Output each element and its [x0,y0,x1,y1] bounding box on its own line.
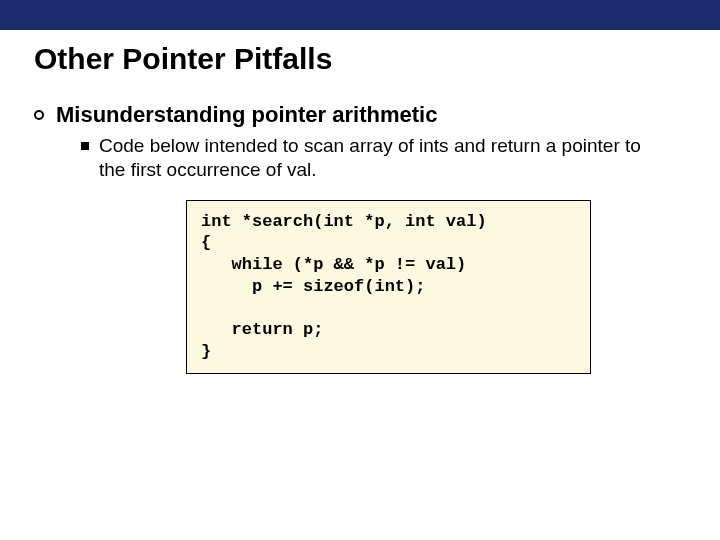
sub-bullet-text: Code below intended to scan array of int… [99,134,659,182]
hollow-circle-icon [34,110,44,120]
header-bar [0,0,720,30]
slide-content: Other Pointer Pitfalls Misunderstanding … [0,30,720,374]
sub-bullet-row: Code below intended to scan array of int… [34,134,720,182]
filled-square-icon [81,142,89,150]
slide-title: Other Pointer Pitfalls [34,42,720,76]
code-block: int *search(int *p, int val) { while (*p… [186,200,591,374]
main-bullet-row: Misunderstanding pointer arithmetic [34,102,720,128]
main-bullet-text: Misunderstanding pointer arithmetic [56,102,437,128]
